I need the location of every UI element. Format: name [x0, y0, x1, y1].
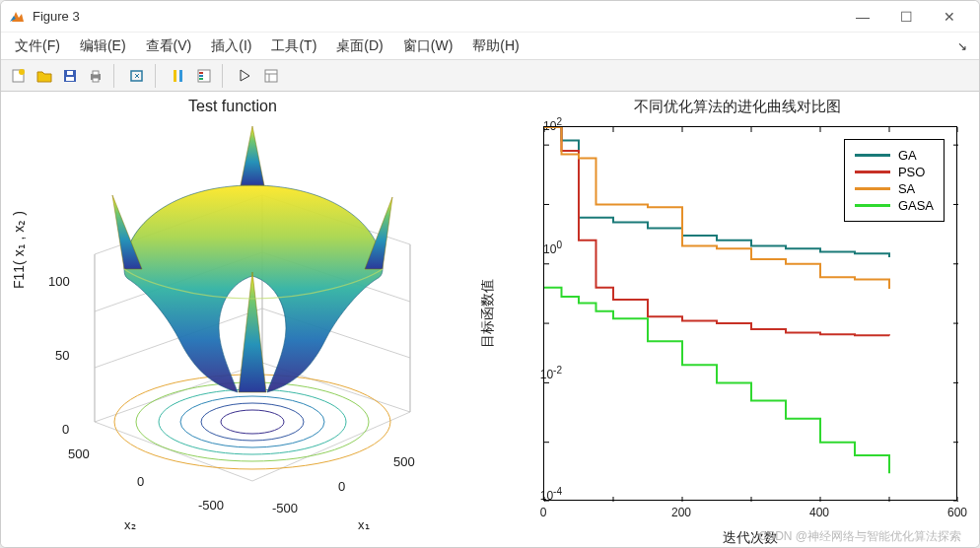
figure-window: Figure 3 — ☐ ✕ 文件(F) 编辑(E) 查看(V) 插入(I) 工…	[0, 0, 980, 548]
svg-rect-4	[67, 71, 73, 75]
xtick-0: 0	[524, 506, 563, 519]
legend-label-ga: GA	[898, 148, 917, 163]
z-axis-label: F11( x₁ , x₂ )	[11, 211, 27, 289]
xtick-400: 400	[800, 506, 839, 519]
menu-window[interactable]: 窗口(W)	[393, 34, 463, 59]
menu-help[interactable]: 帮助(H)	[462, 34, 528, 59]
x1tick-n500: -500	[272, 501, 298, 515]
titlebar: Figure 3 — ☐ ✕	[1, 1, 979, 33]
legend-label-pso: PSO	[898, 165, 925, 179]
save-button[interactable]	[58, 64, 82, 88]
legend[interactable]: GA PSO SA GASA	[844, 139, 945, 222]
y-axis-label: 目标函数值	[479, 279, 497, 348]
svg-rect-6	[93, 71, 99, 75]
x2tick-500: 500	[68, 446, 90, 461]
legend-label-gasa: GASA	[898, 198, 934, 213]
xtick-600: 600	[938, 506, 977, 519]
legend-line-sa	[855, 187, 890, 190]
edit-plot-button[interactable]	[234, 64, 257, 88]
window-title: Figure 3	[33, 9, 841, 24]
svg-rect-15	[265, 70, 277, 82]
convergence-plot[interactable]: 不同优化算法的进化曲线对比图 目标函数值 10-4 10-2 100 102 0…	[464, 92, 980, 548]
svg-point-20	[159, 389, 346, 454]
legend-label-sa: SA	[898, 181, 915, 196]
svg-point-21	[180, 396, 324, 447]
svg-rect-3	[66, 77, 74, 81]
xtick-200: 200	[662, 506, 701, 519]
window-controls: — ☐ ✕	[841, 2, 971, 32]
legend-line-gasa	[855, 204, 890, 207]
insert-legend-button[interactable]	[192, 64, 216, 88]
toolbar	[1, 60, 979, 92]
x2tick-0: 0	[137, 474, 144, 489]
open-property-inspector-button[interactable]	[259, 64, 283, 88]
legend-pso: PSO	[855, 165, 934, 179]
surface-title: Test function	[1, 98, 464, 115]
x-axis-label: 迭代次数	[543, 529, 957, 547]
open-button[interactable]	[33, 64, 56, 88]
svg-rect-7	[93, 78, 99, 82]
legend-gasa: GASA	[855, 198, 934, 213]
x1-axis-label: x₁	[358, 517, 370, 532]
surface-svg	[55, 126, 430, 501]
menu-desktop[interactable]: 桌面(D)	[326, 34, 392, 59]
print-button[interactable]	[84, 64, 107, 88]
svg-rect-10	[179, 70, 182, 82]
svg-rect-9	[174, 70, 176, 82]
surface-plot[interactable]: Test function F11( x₁ , x₂ ) 0 50 100	[1, 92, 464, 548]
svg-point-22	[201, 403, 304, 441]
menu-edit[interactable]: 编辑(E)	[70, 34, 136, 59]
minimize-button[interactable]: —	[841, 2, 884, 32]
menu-file[interactable]: 文件(F)	[5, 34, 70, 59]
x2tick-n500: -500	[198, 498, 224, 513]
legend-line-pso	[855, 171, 890, 173]
matlab-icon	[9, 9, 25, 25]
x2-axis-label: x₂	[124, 517, 136, 532]
svg-point-23	[221, 410, 284, 434]
menu-insert[interactable]: 插入(I)	[201, 34, 261, 59]
menu-view[interactable]: 查看(V)	[136, 34, 202, 59]
legend-sa: SA	[855, 181, 934, 196]
menu-dropdown-icon[interactable]: ↘	[949, 39, 975, 53]
menu-tools[interactable]: 工具(T)	[261, 34, 326, 59]
axes-box: GA PSO SA GASA	[543, 126, 957, 501]
legend-ga: GA	[855, 148, 934, 163]
svg-point-19	[136, 382, 369, 461]
figure-area: Test function F11( x₁ , x₂ ) 0 50 100	[1, 92, 979, 548]
link-button[interactable]	[125, 64, 149, 88]
x1tick-500: 500	[393, 454, 415, 469]
close-button[interactable]: ✕	[928, 2, 971, 32]
x1tick-0: 0	[338, 479, 345, 494]
legend-line-ga	[855, 154, 890, 157]
menubar: 文件(F) 编辑(E) 查看(V) 插入(I) 工具(T) 桌面(D) 窗口(W…	[1, 33, 979, 60]
convergence-title: 不同优化算法的进化曲线对比图	[514, 98, 961, 116]
insert-colorbar-button[interactable]	[167, 64, 190, 88]
maximize-button[interactable]: ☐	[884, 2, 928, 32]
svg-point-1	[19, 69, 25, 75]
new-figure-button[interactable]	[7, 64, 31, 88]
